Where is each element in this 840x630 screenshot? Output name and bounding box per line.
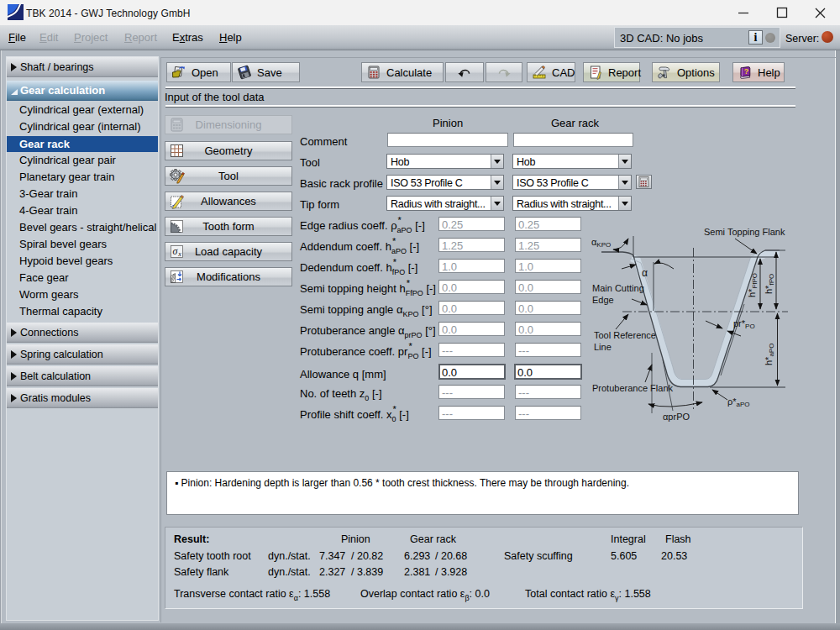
svg-text:Edge: Edge [592,295,614,305]
svg-text:h*aPO: h*aPO [764,344,775,365]
svg-text:?: ? [744,67,749,76]
svg-text:Protuberance Flank: Protuberance Flank [592,383,673,393]
svg-text:x: x [177,250,181,258]
svg-text:αKPO: αKPO [591,237,611,249]
svg-text:pr*PO: pr*PO [733,318,755,330]
svg-text:Semi Topping Flank: Semi Topping Flank [704,227,785,237]
svg-text:α: α [642,267,648,279]
svg-text:αprPO: αprPO [663,412,690,422]
svg-text:Line: Line [594,342,612,352]
svg-text:Tool Reference: Tool Reference [594,330,656,340]
svg-text:ρ*aPO: ρ*aPO [727,396,750,408]
svg-text:Main Cutting: Main Cutting [592,283,644,293]
svg-text:h*fPO: h*fPO [764,274,775,294]
